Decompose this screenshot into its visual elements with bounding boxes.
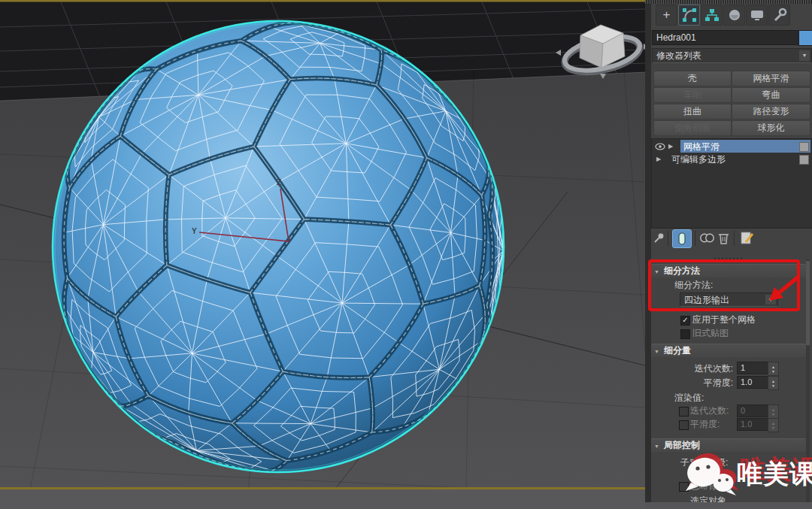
- render-smoothness-spinner: ▲▼: [768, 418, 779, 432]
- iterations-spinner[interactable]: ▲▼: [768, 362, 779, 376]
- render-iterations-checkbox[interactable]: [679, 407, 689, 417]
- object-color-swatch[interactable]: [798, 30, 812, 46]
- old-style-mapping-checkbox[interactable]: [680, 329, 690, 339]
- modifier-button-meshsmooth[interactable]: 网格平滑: [732, 71, 810, 86]
- tab-display[interactable]: [746, 5, 768, 26]
- stack-toggle-button[interactable]: [799, 142, 809, 152]
- make-unique-icon[interactable]: [699, 232, 716, 244]
- render-values-label: 渲染值:: [674, 392, 704, 404]
- modifier-button-bevelprofile: 倒角剖面: [653, 120, 732, 136]
- modifier-button-lathe: 车削: [653, 87, 732, 103]
- subdivision-method-dropdown[interactable]: 四边形输出 ▼: [680, 292, 778, 307]
- soccer-ball-object[interactable]: [53, 21, 504, 472]
- chevron-down-icon[interactable]: ▼: [765, 295, 776, 304]
- wrench-icon: [772, 8, 787, 23]
- modifier-button-shell[interactable]: 壳: [653, 71, 732, 86]
- panel-divider[interactable]: [645, 0, 651, 509]
- rollout-subdivision-amount[interactable]: ▼细分量: [651, 344, 806, 357]
- smoothness-spinner[interactable]: ▲▼: [768, 376, 779, 390]
- scrollbar-thumb[interactable]: [806, 261, 810, 345]
- modifier-button-spherify[interactable]: 球形化: [732, 120, 810, 136]
- panel-resize-handle[interactable]: [645, 0, 812, 4]
- render-iterations-field: 0: [737, 404, 770, 417]
- configure-modifier-sets-icon[interactable]: [740, 231, 755, 245]
- old-style-mapping-label: 旧式贴图: [692, 328, 729, 339]
- stack-item-label[interactable]: 网格平滑: [683, 141, 720, 153]
- stack-row-meshsmooth[interactable]: ▶ 网格平滑: [652, 140, 812, 153]
- modifier-list-label: 修改器列表: [653, 50, 701, 61]
- modify-icon: [682, 8, 697, 23]
- viewport-border-top: [0, 0, 645, 2]
- rollout-local-control[interactable]: ▼局部控制: [651, 438, 806, 452]
- iterations-field[interactable]: 1: [737, 362, 770, 374]
- modifier-list-dropdown[interactable]: 修改器列表 ▼: [652, 48, 812, 63]
- show-end-result-button[interactable]: [672, 229, 692, 248]
- tab-hierarchy[interactable]: [701, 5, 723, 26]
- 3dsmax-window: { "viewport": { "gizmo": { "z_label": "Z…: [0, 0, 812, 509]
- pin-stack-icon[interactable]: [653, 232, 665, 244]
- rollout-open-icon: ▼: [654, 269, 659, 274]
- chevron-down-icon[interactable]: ▼: [799, 50, 810, 61]
- ignore-backfacing-checkbox[interactable]: [679, 482, 689, 492]
- tab-create[interactable]: +: [656, 5, 677, 26]
- command-panel: + Hedra001 修改: [645, 0, 812, 509]
- tab-motion[interactable]: [723, 5, 745, 26]
- eye-icon[interactable]: [655, 143, 665, 150]
- tab-modify[interactable]: [678, 5, 700, 26]
- apply-to-whole-mesh-label: 应用于整个网格: [692, 314, 756, 326]
- rollout-open-icon: ▼: [654, 349, 659, 354]
- perspective-viewport[interactable]: Z Y: [0, 0, 645, 489]
- gizmo-z-label: Z: [277, 178, 281, 186]
- modifier-button-bend[interactable]: 弯曲: [732, 87, 810, 103]
- iterations-label: 迭代次数:: [660, 363, 733, 374]
- render-iterations-spinner: ▲▼: [768, 404, 779, 419]
- gizmo-y-label: Y: [192, 227, 197, 235]
- render-smoothness-field: 1.0: [737, 418, 770, 431]
- hierarchy-icon: [704, 8, 720, 22]
- subobject-level-label: 子对象层级:: [680, 457, 728, 468]
- subdivision-method-label: 细分方法:: [674, 280, 713, 291]
- render-smoothness-label: 平滑度:: [690, 419, 720, 430]
- rollout-open-icon: ▼: [654, 444, 659, 449]
- object-name-field[interactable]: Hedra001: [652, 30, 801, 45]
- stack-row-editablepoly[interactable]: ▶ 可编辑多边形: [652, 153, 812, 165]
- motion-icon: [728, 8, 741, 22]
- apply-to-whole-mesh-checkbox[interactable]: ✓: [680, 316, 690, 326]
- smoothness-label: 平滑度:: [660, 377, 733, 389]
- modifier-button-pathdeform[interactable]: 路径变形: [732, 104, 810, 120]
- ignore-backfacing-label: 忽略背面: [690, 480, 726, 492]
- stack-toggle-button[interactable]: [799, 155, 809, 165]
- display-icon: [750, 8, 765, 22]
- modifier-button-twist[interactable]: 扭曲: [653, 104, 732, 120]
- expand-arrow-icon[interactable]: ▶: [656, 156, 661, 162]
- show-end-result-icon: [673, 230, 691, 247]
- status-strip: [0, 489, 645, 509]
- rollout-subdivision-method[interactable]: ▼细分方法: [651, 264, 806, 277]
- smoothness-field[interactable]: 1.0: [737, 376, 770, 389]
- plus-icon: +: [663, 8, 671, 23]
- rollout-splitter[interactable]: [714, 258, 743, 260]
- panel-scrollbar[interactable]: [806, 259, 810, 502]
- render-smoothness-checkbox[interactable]: [679, 420, 689, 430]
- remove-modifier-icon[interactable]: [717, 231, 730, 245]
- modifier-stack: ▶ 网格平滑 ▶ 可编辑多边形: [651, 138, 812, 229]
- stack-item-label[interactable]: 可编辑多边形: [671, 153, 726, 166]
- expand-arrow-icon[interactable]: ▶: [668, 143, 673, 150]
- render-iterations-label: 迭代次数:: [690, 405, 729, 417]
- tab-utilities[interactable]: [768, 5, 790, 26]
